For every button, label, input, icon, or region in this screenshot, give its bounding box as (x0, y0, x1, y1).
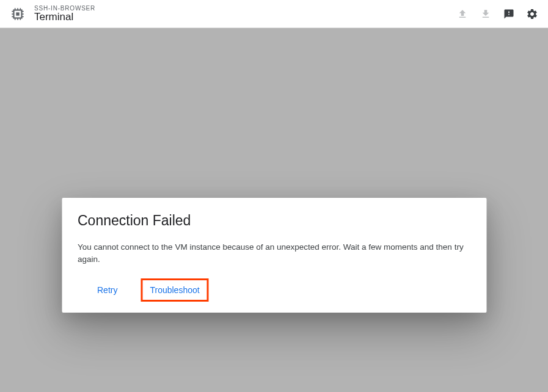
svg-rect-1 (16, 12, 19, 15)
header-left: SSH-IN-BROWSER Terminal (10, 5, 95, 23)
troubleshoot-button[interactable]: Troubleshoot (141, 278, 208, 302)
connection-failed-dialog: Connection Failed You cannot connect to … (62, 198, 486, 313)
app-header: SSH-IN-BROWSER Terminal (0, 0, 548, 28)
title-group: SSH-IN-BROWSER Terminal (34, 5, 95, 23)
content-area: Connection Failed You cannot connect to … (0, 28, 548, 392)
dialog-body: You cannot connect to the VM instance be… (78, 241, 470, 266)
gear-icon[interactable] (526, 8, 538, 20)
header-right (456, 8, 538, 20)
download-icon (480, 8, 492, 20)
retry-button[interactable]: Retry (89, 279, 126, 301)
dialog-title: Connection Failed (78, 212, 470, 229)
feedback-icon[interactable] (503, 8, 515, 20)
header-title: Terminal (34, 12, 95, 23)
dialog-actions: Retry Troubleshoot (78, 278, 470, 302)
chip-icon (10, 6, 26, 22)
header-subtitle: SSH-IN-BROWSER (34, 5, 95, 12)
upload-icon (456, 8, 469, 20)
